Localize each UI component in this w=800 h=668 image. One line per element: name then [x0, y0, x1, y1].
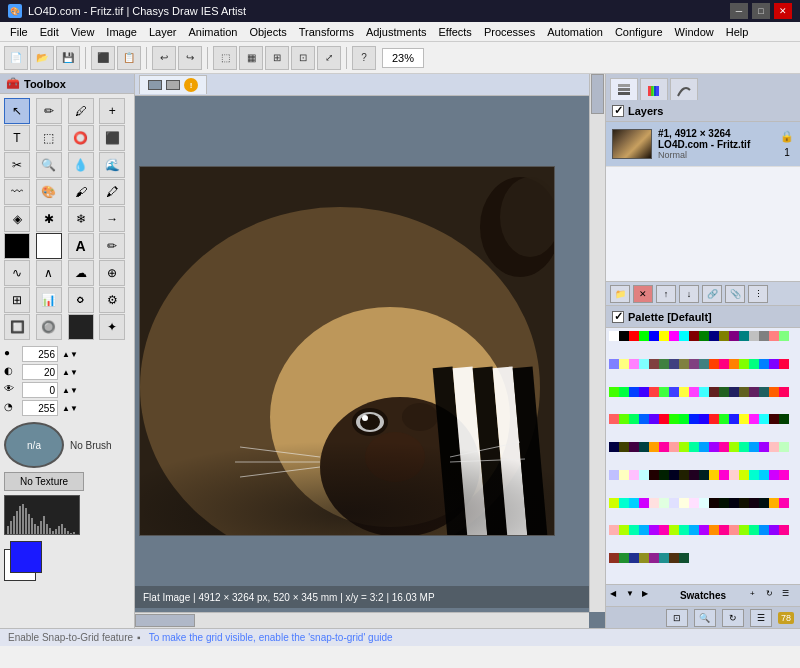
menu-edit[interactable]: Edit	[34, 24, 65, 40]
palette-prev-button[interactable]: ◀	[610, 589, 624, 603]
color-swatch[interactable]	[779, 359, 789, 369]
menu-objects[interactable]: Objects	[243, 24, 292, 40]
layer-options-button[interactable]: ⋮	[748, 285, 768, 303]
tool-angle[interactable]: ∧	[36, 260, 62, 286]
color-swatch[interactable]	[759, 442, 769, 452]
color-swatch[interactable]	[769, 498, 779, 508]
color-swatch[interactable]	[699, 525, 709, 535]
color-swatch[interactable]	[609, 387, 619, 397]
tool-curve[interactable]: ∿	[4, 260, 30, 286]
layer-delete-button[interactable]: ✕	[633, 285, 653, 303]
color-swatch[interactable]	[619, 442, 629, 452]
menu-automation[interactable]: Automation	[541, 24, 609, 40]
color-swatch[interactable]	[629, 498, 639, 508]
color-swatch[interactable]	[769, 387, 779, 397]
palette-check[interactable]: ✓	[612, 311, 624, 323]
tab-channels[interactable]	[640, 78, 668, 100]
color-swatch[interactable]	[679, 525, 689, 535]
palette-next-button[interactable]: ▶	[642, 589, 656, 603]
tab-layers[interactable]	[610, 78, 638, 100]
tool-paint[interactable]: 🎨	[36, 179, 62, 205]
menu-configure[interactable]: Configure	[609, 24, 669, 40]
color-swatch[interactable]	[699, 387, 709, 397]
color-swatch[interactable]	[679, 553, 689, 563]
color-swatch[interactable]	[619, 470, 629, 480]
tool-ellipse[interactable]: ⭕	[68, 125, 94, 151]
tool-crop[interactable]: ✂	[4, 152, 30, 178]
color-swatch[interactable]	[639, 498, 649, 508]
color-swatch[interactable]	[769, 470, 779, 480]
color-swatch[interactable]	[659, 553, 669, 563]
color-swatch[interactable]	[609, 442, 619, 452]
color-swatch[interactable]	[689, 331, 699, 341]
color-swatch[interactable]	[729, 359, 739, 369]
color-swatch[interactable]	[749, 359, 759, 369]
toolbar-redo[interactable]: ↪	[178, 46, 202, 70]
color-swatch[interactable]	[609, 498, 619, 508]
tool-pen[interactable]: 🖍	[99, 179, 125, 205]
horizontal-scroll-thumb[interactable]	[135, 614, 195, 627]
menu-effects[interactable]: Effects	[432, 24, 477, 40]
color-swatch[interactable]	[689, 498, 699, 508]
color-swatch[interactable]	[639, 414, 649, 424]
tool-brush[interactable]: 🖊	[68, 98, 94, 124]
color-swatch[interactable]	[649, 553, 659, 563]
color-swatch[interactable]	[619, 553, 629, 563]
tool-dropper[interactable]: 💧	[68, 152, 94, 178]
layer-up-button[interactable]: ↑	[656, 285, 676, 303]
color-swatch[interactable]	[639, 442, 649, 452]
color-swatch[interactable]	[779, 470, 789, 480]
color-swatch[interactable]	[729, 331, 739, 341]
color-swatch[interactable]	[659, 414, 669, 424]
color-swatch[interactable]	[749, 525, 759, 535]
color-swatch[interactable]	[749, 414, 759, 424]
color-swatch[interactable]	[719, 331, 729, 341]
color-swatch[interactable]	[609, 414, 619, 424]
color-swatch[interactable]	[649, 387, 659, 397]
color-swatch[interactable]	[759, 525, 769, 535]
palette-refresh-button[interactable]: ↻	[766, 589, 780, 603]
color-swatch[interactable]	[769, 331, 779, 341]
layer-down-button[interactable]: ↓	[679, 285, 699, 303]
color-swatch[interactable]	[649, 414, 659, 424]
logo-btn4[interactable]: ☰	[750, 609, 772, 627]
toolbar-expand[interactable]: ⤢	[317, 46, 341, 70]
color-swatch[interactable]	[659, 525, 669, 535]
color-swatch[interactable]	[709, 359, 719, 369]
color-swatch[interactable]	[679, 387, 689, 397]
color-swatch[interactable]	[659, 442, 669, 452]
color-swatch[interactable]	[779, 498, 789, 508]
color-swatch[interactable]	[739, 331, 749, 341]
color-swatch[interactable]	[669, 442, 679, 452]
color-swatch[interactable]	[639, 387, 649, 397]
color-swatch[interactable]	[739, 414, 749, 424]
color-swatch[interactable]	[659, 387, 669, 397]
menu-file[interactable]: File	[4, 24, 34, 40]
color-swatch[interactable]	[769, 525, 779, 535]
color-swatch[interactable]	[709, 498, 719, 508]
tool-add[interactable]: +	[99, 98, 125, 124]
color-swatch[interactable]	[709, 387, 719, 397]
color-swatch[interactable]	[619, 359, 629, 369]
maximize-button[interactable]: □	[752, 3, 770, 19]
color-swatch[interactable]	[689, 414, 699, 424]
color-swatch[interactable]	[779, 525, 789, 535]
color-swatch[interactable]	[649, 525, 659, 535]
toolbar-open[interactable]: 📂	[30, 46, 54, 70]
logo-btn3[interactable]: ↻	[722, 609, 744, 627]
close-button[interactable]: ✕	[774, 3, 792, 19]
color-swatch[interactable]	[609, 525, 619, 535]
tool-star[interactable]: ✱	[36, 206, 62, 232]
color-swatch[interactable]	[779, 331, 789, 341]
color-swatch[interactable]	[749, 470, 759, 480]
palette-menu-button[interactable]: ☰	[782, 589, 796, 603]
color-swatch[interactable]	[769, 442, 779, 452]
color-swatch[interactable]	[629, 525, 639, 535]
color-swatch[interactable]	[679, 359, 689, 369]
color-swatch[interactable]	[659, 359, 669, 369]
color-swatch[interactable]	[649, 498, 659, 508]
tool-smudge[interactable]: 🖌	[68, 179, 94, 205]
size-stepper-up[interactable]: ▲▼	[62, 350, 78, 359]
color-swatch[interactable]	[709, 331, 719, 341]
color-swatch[interactable]	[719, 525, 729, 535]
